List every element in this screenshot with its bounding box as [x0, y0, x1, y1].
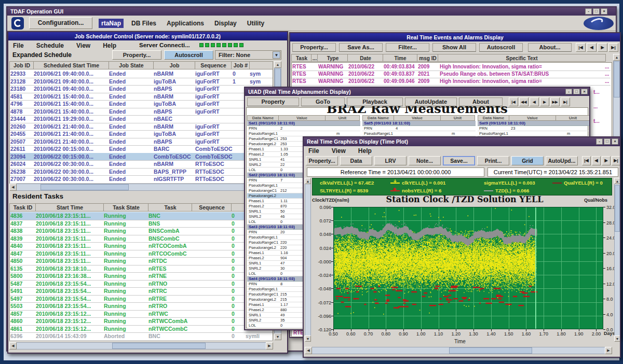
column-header-scheduled-start-time[interactable]: Scheduled Start Time: [33, 61, 110, 69]
uiad-property-button[interactable]: Property: [247, 97, 299, 106]
scroll-up-icon[interactable]: ▲: [614, 178, 620, 184]
events-nav-3[interactable]: ▶|: [608, 43, 618, 52]
graphics-menu-help[interactable]: Help: [356, 146, 374, 156]
configuration-button[interactable]: Configuration...: [29, 17, 92, 29]
table-row[interactable]: 226112010/06/22 00:15:00.0...EndedBARCCo…: [10, 145, 273, 153]
graphics-grid-button[interactable]: Grid: [511, 156, 544, 165]
table-row[interactable]: 54972010/06/18 23:15:54...RunningnRTRE0: [10, 295, 273, 303]
scroll-down-icon[interactable]: ▼: [305, 335, 311, 342]
table-row[interactable]: 260242010/06/22 00:30:00.0...EndednBARMR…: [10, 160, 273, 168]
events-show-all-button[interactable]: Show All: [432, 43, 476, 52]
events-col-msg-id[interactable]: msg ID: [417, 54, 439, 62]
table-row[interactable]: 48612010/06/18 23:15:12...RunningnRTWCCo…: [10, 325, 273, 333]
table-row[interactable]: 48392010/06/18 23:15:11...RunningBNSComb…: [10, 235, 273, 243]
table-row[interactable]: 48382010/06/18 23:15:11...RunningBNSComb…: [10, 227, 273, 235]
graphics-left-vscrollbar[interactable]: [305, 178, 311, 342]
job-title-bar[interactable]: Job Scheduler Control (Server node: syml…: [8, 32, 287, 40]
job-filter-combo[interactable]: Filter: None ▼: [215, 50, 281, 60]
table-row[interactable]: 45812010/06/21 15:40:00.0...EndednBARMig…: [10, 93, 273, 101]
uiad-nav-1[interactable]: ◀◀: [519, 97, 529, 106]
table-row[interactable]: 48372010/06/18 23:15:11...RunningBNS0: [10, 220, 273, 228]
maximize-icon[interactable]: □: [604, 138, 611, 145]
minimize-icon[interactable]: -: [596, 138, 603, 145]
events-row[interactable]: RTESWARNING2010/06/2200:49:09.0462009Hig…: [292, 78, 611, 85]
minimize-icon[interactable]: -: [585, 8, 592, 15]
uiad-goto-button[interactable]: GoTo: [301, 97, 345, 106]
table-row[interactable]: 54912010/06/18 23:15:54...RunningnRTRC0: [10, 287, 273, 295]
scroll-right-icon[interactable]: ▶: [605, 347, 612, 354]
column-header-job-id[interactable]: Job ID: [9, 61, 34, 69]
column-header-job[interactable]: Job: [153, 61, 196, 69]
events-col-time[interactable]: Time: [383, 54, 418, 62]
events-save-as-button[interactable]: Save As...: [339, 43, 383, 52]
events-autoscroll-button[interactable]: Autoscroll: [479, 43, 523, 52]
graphics-title-bar[interactable]: Real Time Graphics Display (Time Plot): [304, 137, 620, 146]
table-row[interactable]: 48782010/06/21 15:40:00.0...EndednBAPSig…: [10, 108, 273, 116]
graphics-data-button[interactable]: Data: [340, 156, 372, 165]
table-row[interactable]: 47962010/06/21 15:40:00.0...EndediguToBA…: [10, 100, 273, 108]
table-row[interactable]: 231802010/06/21 09:40:00.0...EndednBAPSi…: [10, 85, 273, 93]
table-row[interactable]: 55032010/06/18 23:15:54...RunningnRTRO0: [10, 302, 273, 310]
table-row[interactable]: 204552010/06/21 21:40:00.0...EndediguToB…: [10, 130, 273, 138]
scroll-right-icon[interactable]: ▶: [266, 342, 273, 349]
events-title-bar[interactable]: Real Time Events and Alarms Display: [290, 33, 620, 41]
table-row[interactable]: 262382010/06/22 00:30:00.0...EndedBAPS_R…: [10, 168, 273, 176]
column-header-job-state[interactable]: Job State: [109, 61, 154, 69]
table-row[interactable]: 205072010/06/21 21:40:00.0...EndednBAPSi…: [10, 138, 273, 146]
graphics-save-button[interactable]: Save...: [443, 156, 475, 165]
hscroll-thumb[interactable]: [449, 347, 532, 354]
table-row[interactable]: 48362010/06/18 23:15:11...RunningBNC0: [10, 212, 273, 220]
table-row[interactable]: 48402010/06/18 23:15:11...RunningnRTCOCo…: [10, 242, 273, 250]
menu-applications[interactable]: Applications: [164, 19, 207, 28]
column-header-task-id[interactable]: Task ID: [9, 203, 36, 212]
uiad-nav-5[interactable]: ▶|: [561, 97, 570, 106]
events-col-task[interactable]: Task: [291, 54, 312, 62]
menu-utility[interactable]: Utility: [245, 19, 267, 28]
job-autoscroll-button[interactable]: Autoscroll: [164, 50, 213, 60]
sat-group-header[interactable]: Sat9 (09/11/03 18:11:03): [478, 121, 590, 126]
table-row[interactable]: 234442010/06/21 19:29:00.0...EndednBAEC: [10, 115, 273, 123]
table-row[interactable]: 230942010/06/22 00:15:00.0...EndedCombTo…: [10, 153, 273, 161]
graphics-menu-view[interactable]: View: [329, 146, 348, 156]
uiad-nav-4[interactable]: ▶▶: [550, 97, 560, 106]
scroll-left-icon[interactable]: ◀: [305, 347, 312, 354]
menu-rtanap[interactable]: rtaNap: [99, 19, 124, 28]
uiad-nav-2[interactable]: ◀: [530, 97, 539, 106]
filter-dropdown-arrow-icon[interactable]: ▼: [273, 51, 280, 59]
menu-display[interactable]: Display: [212, 19, 239, 28]
close-icon[interactable]: ×: [612, 138, 618, 145]
scroll-left-icon[interactable]: ◀: [9, 342, 17, 349]
events-nav-0[interactable]: |◀: [576, 43, 586, 52]
scroll-up-icon[interactable]: ▲: [613, 54, 620, 61]
table-row[interactable]: 229332010/06/21 09:40:00.0...EndednBARMi…: [10, 70, 273, 78]
table-row[interactable]: 54872010/06/18 23:15:54...RunningnRTNO0: [10, 280, 273, 288]
events-nav-1[interactable]: ◀: [587, 43, 597, 52]
events-row[interactable]: RTESWARNING2010/06/2200:49:03.8342009Hig…: [292, 63, 611, 71]
chart-plot[interactable]: [333, 207, 603, 329]
events-filter-button[interactable]: Filter...: [386, 43, 429, 52]
column-header-sequence[interactable]: Sequence: [192, 203, 232, 212]
uiad-row[interactable]: PseudoRangeL1m: [362, 131, 476, 136]
graphics-nav-0[interactable]: |◀: [582, 156, 591, 165]
graphics-nav-1[interactable]: ◀: [592, 156, 601, 165]
uiad-playback-button[interactable]: Playback: [347, 97, 403, 106]
column-header-sequence[interactable]: Sequence: [195, 61, 232, 69]
uiad-row[interactable]: PRN4: [362, 126, 476, 131]
scroll-up-icon[interactable]: ▲: [274, 61, 281, 68]
events-col-date[interactable]: Date: [347, 54, 384, 62]
maximize-icon[interactable]: □: [573, 89, 580, 94]
table-row[interactable]: 48602010/06/18 23:15:12...RunningnRTWCCo…: [10, 317, 273, 325]
table-row[interactable]: 231282010/06/21 09:40:00.0...EndediguToB…: [10, 78, 273, 86]
graphics-nav-2[interactable]: ▶: [602, 156, 611, 165]
jobs-hscroll-thumb[interactable]: [40, 184, 129, 190]
uiad-title-bar[interactable]: UIAD (Real Time Alphanumeric Display): [245, 88, 589, 96]
scroll-up-icon[interactable]: ▲: [305, 178, 311, 184]
uiad-row[interactable]: PRN2: [247, 126, 360, 131]
job-property-button[interactable]: Property...: [112, 50, 161, 60]
uiad-about-button[interactable]: About: [459, 97, 503, 106]
menu-db-files[interactable]: DB Files: [129, 19, 159, 28]
column-header-task-state[interactable]: Task State: [103, 203, 149, 212]
table-row[interactable]: 48472010/06/18 23:15:11...RunningnRTCOCo…: [10, 250, 273, 258]
vscroll-thumb[interactable]: [615, 185, 620, 232]
sat-group-header[interactable]: Sat5 (09/11/03 18:11:03): [362, 121, 476, 126]
